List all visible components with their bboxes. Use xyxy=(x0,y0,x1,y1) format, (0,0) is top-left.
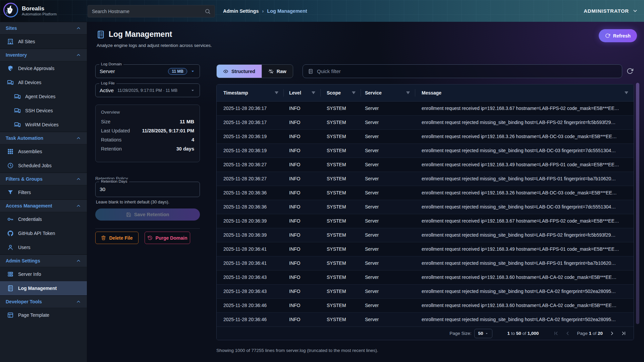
refresh-button[interactable]: Refresh xyxy=(599,29,637,42)
column-header-service[interactable]: Service xyxy=(361,84,415,101)
table-row[interactable]: 2025-11-28 20:36:39INFOSYSTEMServerenrol… xyxy=(217,228,634,242)
eye-off-icon xyxy=(268,69,274,74)
sidebar-item-agent-devices[interactable]: Agent Devices xyxy=(0,89,87,104)
breadcrumb-log-management[interactable]: Log Management xyxy=(267,8,307,14)
table-row[interactable]: 2025-11-28 20:36:17INFOSYSTEMServerenrol… xyxy=(217,101,634,115)
save-retention-button[interactable]: Save Retention xyxy=(95,208,200,221)
table-row[interactable]: 2025-11-28 20:36:46INFOSYSTEMServerenrol… xyxy=(217,298,634,312)
sidebar-item-device-approvals[interactable]: Device Approvals xyxy=(0,61,87,75)
table-row[interactable]: 2025-11-28 20:36:36INFOSYSTEMServerenrol… xyxy=(217,200,634,214)
cell-service: Server xyxy=(361,284,415,298)
log-domain-select[interactable]: Log Domain Server 11 MB xyxy=(95,64,200,78)
search-icon[interactable] xyxy=(205,8,211,14)
last-page-icon[interactable] xyxy=(619,329,629,338)
table-row[interactable]: 2025-11-28 20:36:19INFOSYSTEMServerenrol… xyxy=(217,129,634,143)
sidebar-item-credentials[interactable]: Credentials xyxy=(0,212,87,226)
sidebar-item-scheduled-jobs[interactable]: Scheduled Jobs xyxy=(0,159,87,173)
user-menu[interactable]: ADMINISTRATOR xyxy=(584,0,638,22)
cell-service: Server xyxy=(361,214,415,228)
cell-timestamp: 2025-11-28 20:36:46 xyxy=(217,298,284,312)
sidebar-section-task-automation[interactable]: Task Automation xyxy=(0,132,87,144)
retention-days-field[interactable]: Retention Days xyxy=(95,182,200,197)
sidebar-item-all-devices[interactable]: All Devices xyxy=(0,75,87,89)
table-row[interactable]: 2025-11-28 20:36:39INFOSYSTEMServerenrol… xyxy=(217,214,634,228)
table-row[interactable]: 2025-11-28 20:36:27INFOSYSTEMServerenrol… xyxy=(217,172,634,186)
page-indicator: Page 1 of 20 xyxy=(577,331,603,336)
page-size-select[interactable]: 50 xyxy=(474,329,492,338)
table-row[interactable]: 2025-11-28 20:36:27INFOSYSTEMServerenrol… xyxy=(217,158,634,172)
cell-service: Server xyxy=(361,312,415,326)
sidebar-item-assemblies[interactable]: Assemblies xyxy=(0,144,87,159)
sidebar-item-ssh-devices[interactable]: SSH Devices xyxy=(0,104,87,118)
structured-view-button[interactable]: Structured xyxy=(217,65,262,78)
sidebar-item-log-management[interactable]: Log Management xyxy=(0,281,87,295)
column-filter-icon[interactable] xyxy=(311,90,316,95)
caret-down-icon[interactable] xyxy=(190,87,196,93)
column-filter-icon[interactable] xyxy=(624,90,629,95)
sidebar-section-developer-tools[interactable]: Developer Tools xyxy=(0,295,87,308)
sidebar-section-inventory[interactable]: Inventory xyxy=(0,49,87,61)
cell-message: enrollment request rejected missing_site… xyxy=(415,143,634,158)
cell-message: enrollment request received ip=192.168.3… xyxy=(415,186,634,200)
retention-days-input[interactable] xyxy=(100,182,196,197)
hostname-search[interactable] xyxy=(88,5,215,17)
raw-view-button[interactable]: Raw xyxy=(262,65,293,78)
column-filter-icon[interactable] xyxy=(274,90,279,95)
column-filter-icon[interactable] xyxy=(351,90,356,95)
structured-label: Structured xyxy=(231,69,255,74)
column-header-message[interactable]: Message xyxy=(415,84,634,101)
table-row[interactable]: 2025-11-28 20:36:36INFOSYSTEMServerenrol… xyxy=(217,186,634,200)
table-row[interactable]: 2025-11-28 20:36:46INFOSYSTEMServerenrol… xyxy=(217,312,634,326)
log-file-select[interactable]: Log File Active 11/28/2025, 9:17:01 PM ·… xyxy=(95,83,200,97)
row-range-text: 1 to 50 of 1,000 xyxy=(507,331,539,336)
sidebar-item-all-sites[interactable]: All Sites xyxy=(0,35,87,49)
search-input[interactable] xyxy=(92,9,205,14)
overview-card: Overview Size 11 MB Last Updated 11/28/2… xyxy=(95,105,200,162)
sidebar-item-server-info[interactable]: Server Info xyxy=(0,267,87,281)
next-page-icon[interactable] xyxy=(607,329,617,338)
column-header-timestamp[interactable]: Timestamp xyxy=(217,84,284,101)
table-row[interactable]: 2025-11-28 20:36:43INFOSYSTEMServerenrol… xyxy=(217,284,634,298)
scrollbar[interactable] xyxy=(636,83,639,324)
sidebar-section-access-management[interactable]: Access Management xyxy=(0,199,87,212)
sidebar-item-github-api-token[interactable]: GitHub API Token xyxy=(0,226,87,240)
caret-down-icon[interactable] xyxy=(190,68,196,74)
table-row[interactable]: 2025-11-28 20:36:19INFOSYSTEMServerenrol… xyxy=(217,143,634,158)
sidebar-item-winrm-devices[interactable]: WinRM Devices xyxy=(0,118,87,132)
previous-page-icon[interactable] xyxy=(562,329,573,338)
sidebar-section-filters-groups[interactable]: Filters & Groups xyxy=(0,173,87,185)
column-header-level[interactable]: Level xyxy=(284,84,321,101)
sidebar-item-filters[interactable]: Filters xyxy=(0,185,87,199)
table-row[interactable]: 2025-11-28 20:36:43INFOSYSTEMServerenrol… xyxy=(217,270,634,284)
sidebar-item-page-template[interactable]: Page Template xyxy=(0,308,87,322)
table-row[interactable]: 2025-11-28 20:36:41INFOSYSTEMServerenrol… xyxy=(217,242,634,256)
table-row[interactable]: 2025-11-28 20:36:41INFOSYSTEMServerenrol… xyxy=(217,256,634,270)
table-row[interactable]: 2025-11-28 20:36:17INFOSYSTEMServerenrol… xyxy=(217,115,634,129)
delete-file-button[interactable]: Delete File xyxy=(95,232,139,244)
sidebar-section-admin-settings[interactable]: Admin Settings xyxy=(0,254,87,267)
log-domain-label: Log Domain xyxy=(99,62,123,66)
cell-message: enrollment request rejected missing_site… xyxy=(415,312,634,326)
cell-message: enrollment request received ip=192.168.3… xyxy=(415,270,634,284)
purge-domain-button[interactable]: Purge Domain xyxy=(145,232,190,244)
log-viewer: Structured Raw TimestampLevelScopeServic… xyxy=(216,64,634,362)
sidebar-section-sites[interactable]: Sites xyxy=(0,22,87,35)
cell-message: enrollment request received ip=192.168.3… xyxy=(415,158,634,172)
cell-timestamp: 2025-11-28 20:36:46 xyxy=(217,312,284,326)
sidebar-item-users[interactable]: Users xyxy=(0,240,87,254)
column-header-scope[interactable]: Scope xyxy=(321,84,361,101)
log-file-meta: 11/28/2025, 9:17:01 PM · 11 MB xyxy=(117,88,177,93)
table-refresh-icon[interactable] xyxy=(627,68,633,74)
quick-filter-input[interactable] xyxy=(317,68,617,74)
quick-filter[interactable] xyxy=(303,64,622,78)
first-page-icon[interactable] xyxy=(551,329,561,338)
breadcrumb-admin-settings[interactable]: Admin Settings xyxy=(223,8,259,14)
cell-service: Server xyxy=(361,158,415,172)
cell-scope: SYSTEM xyxy=(321,242,361,256)
key-icon xyxy=(7,216,14,223)
cell-scope: SYSTEM xyxy=(321,101,361,115)
main-content: Log Management Analyze engine logs and a… xyxy=(87,22,644,362)
column-filter-icon[interactable] xyxy=(406,90,411,95)
cell-service: Server xyxy=(361,172,415,186)
log-table-container: TimestampLevelScopeServiceMessage 2025-1… xyxy=(216,84,634,340)
